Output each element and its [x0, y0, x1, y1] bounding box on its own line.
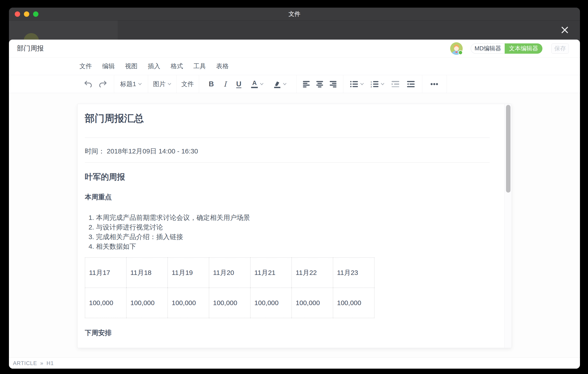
heading-style-select[interactable]: 标题1: [120, 80, 142, 88]
toolbar: 标题1 图片 文件 B I: [9, 75, 580, 93]
user-avatar[interactable]: [450, 42, 463, 55]
table-cell[interactable]: 100,000: [209, 288, 250, 318]
menu-format[interactable]: 格式: [171, 62, 183, 70]
table-cell[interactable]: 100,000: [250, 288, 292, 318]
scrollbar-track[interactable]: [504, 104, 512, 348]
table-row: 100,000 100,000 100,000 100,000 100,000 …: [85, 288, 374, 318]
table-cell[interactable]: 100,000: [292, 288, 333, 318]
zoom-window-button[interactable]: [33, 11, 38, 17]
close-icon[interactable]: [558, 24, 571, 36]
table-cell[interactable]: 11月18: [126, 258, 168, 288]
horizontal-rule: [85, 162, 490, 163]
window-title: 文件: [289, 10, 300, 18]
save-button[interactable]: 保存: [551, 44, 569, 54]
chevron-down-icon: [283, 83, 286, 85]
table-cell[interactable]: 100,000: [85, 288, 126, 318]
bullet-list-icon: [350, 81, 358, 88]
menu-insert[interactable]: 插入: [148, 62, 160, 70]
app-window: 文件 部门周报: [9, 8, 580, 369]
minimize-window-button[interactable]: [24, 11, 29, 17]
document-title: 部门周报: [17, 44, 44, 53]
align-right-icon[interactable]: [329, 81, 337, 88]
doc-heading-3[interactable]: 本周重点: [85, 193, 490, 201]
undo-icon[interactable]: [84, 80, 92, 88]
text-editor-tab[interactable]: 文本编辑器: [505, 44, 542, 54]
numbered-list-button[interactable]: 1 2 3: [371, 81, 384, 88]
italic-button[interactable]: I: [224, 80, 227, 88]
status-bar: ARTICLE » H1: [9, 357, 580, 369]
list-item[interactable]: 完成相关产品介绍：插入链接: [96, 232, 490, 242]
md-editor-tab[interactable]: MD编辑器: [471, 44, 505, 54]
menu-table[interactable]: 表格: [216, 62, 229, 70]
traffic-lights: [15, 11, 38, 17]
bullet-list-button[interactable]: [350, 81, 364, 88]
editor-content-area: 部门周报汇总 时间： 2018年12月09日 14:00 - 16:30 叶军的…: [9, 93, 580, 357]
breadcrumb-element[interactable]: H1: [46, 360, 54, 366]
menu-file[interactable]: 文件: [80, 62, 92, 70]
table-cell[interactable]: 11月21: [250, 258, 292, 288]
doc-heading-3[interactable]: 下周安排: [85, 329, 490, 337]
table-cell[interactable]: 100,000: [333, 288, 374, 318]
editor-mode-switch: MD编辑器 文本编辑器: [471, 44, 542, 54]
insert-image-button[interactable]: 图片: [153, 80, 171, 88]
highlight-color-button[interactable]: [273, 80, 286, 88]
menu-view[interactable]: 视图: [125, 62, 138, 70]
chevron-down-icon: [381, 83, 384, 85]
redo-icon[interactable]: [99, 80, 107, 88]
app-backdrop: [9, 21, 580, 40]
menu-bar: 文件 编辑 视图 插入 格式 工具 表格: [9, 57, 580, 75]
breadcrumb-section[interactable]: ARTICLE: [13, 360, 37, 366]
doc-ordered-list: 本周完成产品前期需求讨论会议，确定相关用户场景 与设计师进行视觉讨论 完成相关产…: [85, 213, 490, 251]
table-cell[interactable]: 11月22: [292, 258, 333, 288]
list-item[interactable]: 本周完成产品前期需求讨论会议，确定相关用户场景: [96, 213, 490, 222]
table-row: 11月17 11月18 11月19 11月20 11月21 11月22 11月2…: [85, 258, 374, 288]
svg-text:1: 1: [371, 81, 372, 83]
editor-sheet: 部门周报 MD编辑器 文本编辑器: [9, 40, 580, 369]
close-window-button[interactable]: [15, 11, 20, 17]
svg-text:3: 3: [371, 86, 372, 88]
document-header: 部门周报 MD编辑器 文本编辑器: [9, 40, 580, 57]
more-options-icon[interactable]: [430, 83, 438, 86]
bold-button[interactable]: B: [209, 80, 214, 88]
outdent-icon[interactable]: [391, 81, 400, 88]
numbered-list-icon: 1 2 3: [371, 81, 379, 88]
menu-tools[interactable]: 工具: [193, 62, 206, 70]
doc-heading-1[interactable]: 部门周报汇总: [85, 111, 490, 125]
chevron-down-icon: [168, 83, 171, 85]
indent-icon[interactable]: [407, 81, 415, 88]
table-cell[interactable]: 100,000: [126, 288, 168, 318]
align-left-icon[interactable]: [303, 81, 310, 88]
underline-button[interactable]: U: [236, 80, 241, 88]
table-cell[interactable]: 11月19: [168, 258, 209, 288]
list-item[interactable]: 相关数据如下: [96, 242, 490, 251]
doc-time-line[interactable]: 时间： 2018年12月09日 14:00 - 16:30: [85, 147, 490, 156]
horizontal-rule: [85, 138, 490, 138]
scrollbar-thumb[interactable]: [506, 105, 511, 193]
font-color-button[interactable]: A: [251, 80, 263, 88]
table-cell[interactable]: 11月20: [209, 258, 250, 288]
document-canvas[interactable]: 部门周报汇总 时间： 2018年12月09日 14:00 - 16:30 叶军的…: [77, 104, 512, 348]
macos-titlebar: 文件: [9, 8, 580, 21]
svg-text:2: 2: [371, 83, 372, 86]
list-item[interactable]: 与设计师进行视觉讨论: [96, 222, 490, 232]
chevron-down-icon: [260, 83, 263, 85]
align-center-icon[interactable]: [316, 81, 323, 88]
table-cell[interactable]: 100,000: [168, 288, 209, 318]
chevron-down-icon: [360, 83, 364, 85]
table-cell[interactable]: 11月17: [85, 258, 126, 288]
highlighter-icon: [273, 80, 281, 88]
chevron-down-icon: [138, 83, 142, 85]
table-cell[interactable]: 11月23: [333, 258, 374, 288]
insert-file-button[interactable]: 文件: [181, 80, 194, 88]
doc-data-table: 11月17 11月18 11月19 11月20 11月21 11月22 11月2…: [85, 257, 374, 318]
breadcrumb-separator: »: [40, 360, 43, 366]
doc-heading-2[interactable]: 叶军的周报: [85, 172, 490, 182]
menu-edit[interactable]: 编辑: [102, 62, 115, 70]
